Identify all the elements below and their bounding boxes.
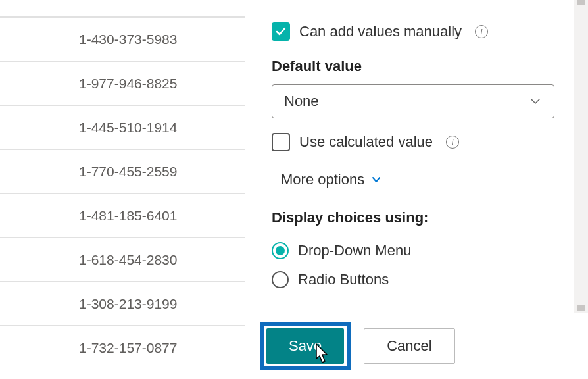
chevron-down-icon (529, 95, 542, 108)
info-icon[interactable]: i (446, 136, 459, 149)
cell-value: 1-308-213-9199 (79, 296, 177, 312)
column-settings-panel: Can add values manually i Default value … (245, 0, 588, 379)
scrollbar[interactable] (574, 0, 588, 313)
display-choices-label: Display choices using: (272, 209, 547, 226)
radio-label: Radio Buttons (298, 271, 389, 288)
table-row[interactable]: 1-445-510-1914 (0, 105, 245, 149)
scroll-arrow-up-icon[interactable] (577, 0, 585, 5)
option-label: Can add values manually (299, 23, 462, 40)
option-label: Use calculated value (299, 134, 433, 151)
panel-footer: Save Cancel (245, 313, 588, 379)
table-row[interactable] (0, 0, 245, 17)
chevron-down-icon (371, 174, 381, 185)
default-value-select[interactable]: None (272, 84, 554, 118)
data-list: 1-430-373-5983 1-977-946-8825 1-445-510-… (0, 0, 245, 379)
check-icon (276, 26, 286, 37)
cell-value: 1-732-157-0877 (79, 340, 177, 356)
cell-value: 1-481-185-6401 (79, 208, 177, 224)
display-radio-option[interactable]: Radio Buttons (272, 271, 547, 288)
table-row[interactable]: 1-430-373-5983 (0, 17, 245, 61)
display-dropdown-option[interactable]: Drop-Down Menu (272, 242, 547, 259)
table-row[interactable]: 1-308-213-9199 (0, 282, 245, 326)
checkbox-checked[interactable] (272, 22, 290, 41)
table-row[interactable]: 1-618-454-2830 (0, 238, 245, 282)
cell-value: 1-770-455-2559 (79, 164, 177, 180)
table-row[interactable]: 1-481-185-6401 (0, 193, 245, 238)
use-calculated-value-option[interactable]: Use calculated value i (272, 133, 547, 151)
button-label: Cancel (387, 338, 431, 355)
table-row[interactable]: 1-770-455-2559 (0, 149, 245, 193)
radio-selected[interactable] (272, 242, 289, 259)
info-icon[interactable]: i (475, 25, 488, 38)
cancel-button[interactable]: Cancel (364, 328, 454, 364)
save-button[interactable]: Save (266, 328, 344, 364)
more-options-toggle[interactable]: More options (281, 171, 547, 188)
table-row[interactable]: 1-977-946-8825 (0, 61, 245, 105)
cell-value: 1-618-454-2830 (79, 252, 177, 268)
checkbox-unchecked[interactable] (272, 133, 290, 151)
radio-dot-icon (276, 246, 285, 255)
save-button-highlight: Save (260, 322, 351, 370)
radio-unselected[interactable] (272, 271, 289, 288)
select-value: None (284, 93, 319, 110)
panel-scroll-area: Can add values manually i Default value … (245, 0, 573, 313)
button-label: Save (289, 338, 322, 355)
radio-label: Drop-Down Menu (298, 242, 411, 259)
can-add-values-option[interactable]: Can add values manually i (272, 22, 547, 41)
cell-value: 1-430-373-5983 (79, 32, 177, 47)
cell-value: 1-445-510-1914 (79, 120, 177, 136)
default-value-label: Default value (272, 58, 547, 75)
more-options-label: More options (281, 171, 364, 188)
scroll-arrow-down-icon[interactable] (577, 305, 585, 311)
table-row[interactable]: 1-732-157-0877 (0, 326, 245, 370)
cell-value: 1-977-946-8825 (79, 76, 177, 91)
